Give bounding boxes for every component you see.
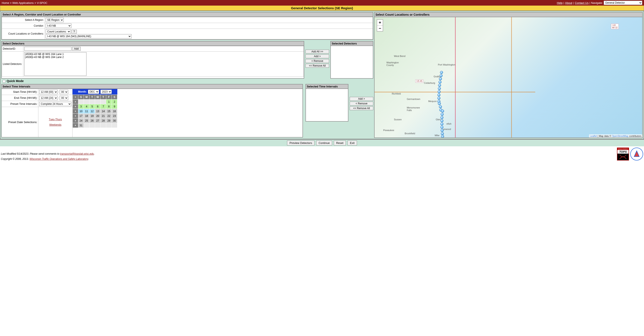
select-detectors-header: Select Detectors — [2, 42, 304, 46]
map-marker[interactable] — [438, 90, 441, 93]
osm-link[interactable]: OpenStreetMap — [612, 135, 628, 137]
preview-detectors-button[interactable]: Preview Detectors — [287, 140, 314, 145]
listed-detectors-label: Listed Detectors: — [2, 52, 24, 77]
selected-detectors-panel: Selected Detectors — [330, 41, 373, 79]
map-marker[interactable] — [440, 71, 443, 74]
road-shield: US 45 — [415, 79, 424, 83]
map-marker[interactable] — [440, 74, 442, 77]
weekends-link[interactable]: Weekends — [49, 122, 61, 127]
map-marker[interactable] — [441, 135, 444, 137]
cal-plus-all[interactable]: + — [73, 95, 78, 99]
map-marker[interactable] — [441, 132, 444, 135]
map-marker[interactable] — [439, 77, 442, 80]
end-hour-select[interactable]: 12 AM (24) — [39, 96, 58, 100]
about-link[interactable]: About — [565, 1, 572, 5]
wisdot-logo — [630, 147, 643, 160]
end-min-select[interactable]: 00 — [60, 96, 68, 100]
quick-mode-row: Quick Mode — [1, 79, 373, 84]
remove-all-button[interactable]: << Remove All — [306, 64, 329, 68]
breadcrumb-vspoc[interactable]: V-SPOC — [37, 1, 48, 5]
map-marker[interactable] — [438, 102, 441, 105]
calendar-table: + S M T W T F S +12 +3456789 +1 — [72, 95, 117, 128]
breadcrumb-webapps[interactable]: Web Applications — [12, 1, 34, 5]
region-select[interactable]: SE Region — [46, 18, 64, 22]
selected-detectors-header: Selected Detectors — [331, 42, 373, 46]
selected-time-listbox[interactable] — [306, 89, 348, 121]
time-remove-button[interactable]: < Remove — [350, 102, 373, 105]
detectors-row: Select Detectors DetectorID: Add Listed … — [1, 41, 373, 79]
map-marker[interactable] — [441, 129, 444, 132]
map[interactable]: + − I 43 WI 32 US 45 West Bend Washingto… — [374, 17, 642, 137]
map-marker[interactable] — [441, 110, 444, 113]
map-marker[interactable] — [438, 87, 441, 90]
location-type-select[interactable]: Count Locations: — [46, 30, 71, 34]
continue-button[interactable]: Continue — [316, 140, 332, 145]
time-removeall-button[interactable]: << Remove All — [350, 106, 373, 110]
selected-time-panel: Selected Time Intervals — [306, 84, 348, 122]
contact-email-link[interactable]: transportal@topslab.wisc.edu — [60, 152, 94, 155]
main-area: Select A Region, Corridor and Count Loca… — [0, 11, 644, 139]
list-item[interactable]: (4536)I-43 NB @ WIS 164 Lane 1 — [25, 53, 86, 56]
add-one-button[interactable]: Add > — [306, 54, 329, 58]
navigate-select[interactable]: General Detector — [604, 1, 642, 5]
map-marker[interactable] — [440, 119, 444, 122]
map-marker[interactable] — [438, 81, 442, 84]
contact-link[interactable]: Contact Us — [575, 1, 588, 5]
location-select[interactable]: I-43 NB @ WIS 164 (543) (MAINLINE) — [46, 34, 132, 39]
remove-one-button[interactable]: < Remove — [306, 59, 329, 63]
quick-mode-label[interactable]: Quick Mode — [2, 79, 24, 83]
region-panel: Select A Region, Corridor and Count Loca… — [1, 12, 373, 40]
help-link[interactable]: Help — [557, 1, 563, 5]
start-hour-select[interactable]: 12 AM (00) — [39, 90, 58, 94]
corridor-select[interactable]: I-43 NB — [46, 24, 72, 28]
start-min-select[interactable]: 00 — [60, 90, 68, 94]
topbar-right: Help | About | Contact Us | Navigate: Ge… — [557, 1, 642, 5]
detector-add-button[interactable]: Add — [72, 47, 80, 51]
exit-button[interactable]: Exit — [348, 140, 357, 145]
map-marker[interactable] — [438, 84, 441, 87]
map-marker[interactable] — [440, 122, 444, 125]
time-intervals-header: Select Time Intervals — [2, 84, 302, 89]
breadcrumb-home[interactable]: Home — [2, 1, 9, 5]
region-label: Select A Region: — [2, 17, 45, 23]
time-intervals-panel: Select Time Intervals Start-Time (HH:MI)… — [1, 84, 303, 137]
road-shield: I 43 WI 32 — [611, 24, 619, 29]
lab-link[interactable]: Wisconsin Traffic Operations and Safety … — [30, 157, 88, 160]
select-detectors-panel: Select Detectors DetectorID: Add Listed … — [1, 41, 304, 79]
list-item[interactable]: (4538)I-43 NB @ WIS 164 Lane 2 — [25, 56, 86, 59]
listed-detectors-listbox[interactable]: (4536)I-43 NB @ WIS 164 Lane 1 (4538)I-4… — [24, 52, 86, 76]
tues-thurs-link[interactable]: Tues-Thurs — [49, 117, 62, 122]
map-marker[interactable] — [439, 105, 442, 108]
last-modified: Last Modified 5/14/2023. Please send com… — [1, 152, 60, 155]
month-select[interactable]: DEC — [88, 90, 99, 94]
year-select[interactable]: 2023 — [100, 90, 112, 94]
copyright: Copyright © 2006, 2013. — [1, 157, 30, 160]
calendar: Month: DEC 2023 + S M T W T — [72, 89, 117, 137]
map-marker[interactable] — [440, 116, 444, 119]
left-column: Select A Region, Corridor and Count Loca… — [1, 12, 373, 138]
location-help-button[interactable]: ? — [72, 30, 77, 34]
selected-time-header: Selected Time Intervals — [306, 84, 348, 89]
detector-id-label: DetectorID: — [2, 46, 24, 52]
preset-date-label: Preset Date Selections: — [2, 107, 38, 137]
zoom-out-button[interactable]: − — [377, 26, 383, 31]
time-add-button[interactable]: Add > — [350, 97, 373, 101]
add-all-button[interactable]: Add All >> — [306, 50, 329, 54]
map-marker[interactable] — [440, 126, 444, 129]
map-header: Select Count Locations or Controllers — [374, 13, 642, 17]
svg-marker-0 — [634, 151, 639, 157]
selected-detectors-listbox[interactable] — [331, 46, 373, 78]
zoom-in-button[interactable]: + — [377, 20, 383, 26]
tops-logo: WISCONSIN TOPS — [617, 147, 629, 160]
map-marker[interactable] — [441, 113, 444, 116]
quick-mode-checkbox[interactable] — [2, 80, 5, 83]
leaflet-link[interactable]: Leaflet — [590, 135, 597, 137]
zoom-control: + − — [377, 19, 383, 32]
map-marker[interactable] — [438, 93, 440, 96]
locations-label: Count Locations or Controllers: — [2, 29, 45, 39]
preset-time-select[interactable]: Complete 24 Hours — [39, 102, 72, 106]
reset-button[interactable]: Reset — [334, 140, 346, 145]
map-marker[interactable] — [438, 97, 440, 100]
time-mover-buttons: Add > < Remove << Remove All — [350, 84, 373, 137]
detector-id-input[interactable] — [24, 47, 72, 51]
